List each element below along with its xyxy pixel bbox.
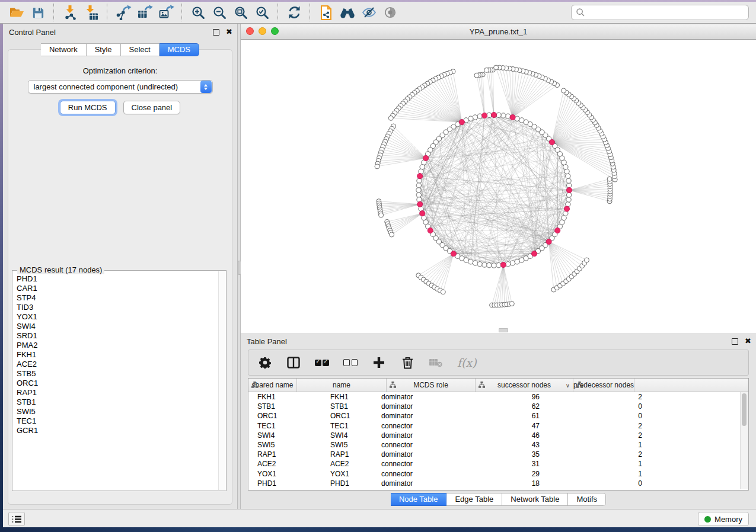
mcds-result-box: MCDS result (17 nodes) PHD1CAR1STP4TID3Y…: [12, 270, 227, 491]
unchecked-boxes-icon[interactable]: [343, 355, 358, 370]
mcds-result-item[interactable]: STB5: [17, 369, 219, 379]
refresh-icon[interactable]: [283, 3, 305, 22]
zoom-out-icon[interactable]: [209, 3, 230, 22]
network-graph[interactable]: [241, 40, 756, 333]
export-network-icon[interactable]: [113, 3, 134, 22]
table-row[interactable]: SWI4SWI4dominator462: [248, 431, 748, 440]
table-scrollbar-thumb[interactable]: [742, 393, 747, 426]
hierarchy-icon: [576, 382, 583, 390]
result-scrollbar[interactable]: [218, 271, 225, 490]
mcds-result-item[interactable]: TEC1: [17, 416, 219, 426]
window-close-icon[interactable]: [246, 27, 254, 35]
hierarchy-icon: [479, 382, 485, 390]
split-columns-icon[interactable]: [286, 355, 301, 370]
window-maximize-icon[interactable]: [271, 27, 279, 35]
zoom-selected-icon[interactable]: [251, 3, 273, 22]
table-row[interactable]: YOX1YOX1connector291: [248, 469, 748, 479]
new-network-icon[interactable]: [315, 3, 337, 22]
close-panel-icon[interactable]: ✖: [226, 29, 232, 35]
mcds-result-item[interactable]: TID3: [17, 303, 219, 312]
main-toolbar: [0, 2, 756, 24]
status-bar: Memory: [3, 509, 756, 527]
run-mcds-button[interactable]: Run MCDS: [60, 101, 116, 114]
zoom-fit-icon[interactable]: [230, 3, 251, 22]
mcds-result-item[interactable]: SRD1: [17, 331, 219, 341]
table-row[interactable]: TEC1TEC1connector472: [248, 421, 748, 431]
network-window-titlebar[interactable]: YPA_prune.txt_1: [241, 24, 756, 40]
sort-indicator: ∨: [566, 382, 570, 389]
mcds-result-item[interactable]: ACE2: [17, 360, 219, 369]
float-table-panel-icon[interactable]: [732, 338, 738, 345]
hierarchy-icon: [390, 382, 396, 390]
window-minimize-icon[interactable]: [259, 27, 266, 35]
binoculars-icon[interactable]: [337, 3, 358, 22]
mcds-result-item[interactable]: RAP1: [17, 388, 219, 398]
control-panel-tabs: NetworkStyleSelectMCDS: [3, 43, 237, 56]
zoom-in-icon[interactable]: [187, 3, 209, 22]
eye-icon[interactable]: [379, 3, 401, 22]
optimization-criterion-label: Optimization criterion:: [8, 66, 232, 75]
mcds-result-item[interactable]: FKH1: [17, 350, 219, 360]
import-network-icon[interactable]: [59, 3, 81, 22]
horizontal-splitter-handle[interactable]: [499, 328, 508, 332]
tab-Select[interactable]: Select: [121, 43, 160, 56]
table-tabs: Node TableEdge TableNetwork TableMotifs: [241, 493, 756, 506]
mcds-result-item[interactable]: PMA2: [17, 341, 219, 350]
mcds-result-item[interactable]: GCR1: [17, 426, 219, 435]
import-table-icon[interactable]: [81, 3, 102, 22]
checked-boxes-icon[interactable]: [315, 355, 329, 370]
table-row[interactable]: STB1STB1dominator620: [248, 402, 748, 411]
table-scrollbar[interactable]: [740, 392, 748, 489]
export-table-icon[interactable]: [134, 3, 155, 22]
mcds-result-item[interactable]: SWI4: [17, 322, 219, 331]
optimization-criterion-select[interactable]: largest connected component (undirected): [28, 80, 213, 94]
tab-Network Table[interactable]: Network Table: [502, 493, 568, 506]
column-header[interactable]: predecessor nodes: [573, 379, 634, 392]
tab-Style[interactable]: Style: [87, 43, 121, 56]
table-row[interactable]: ACE2ACE2connector311: [248, 459, 748, 469]
mcds-result-item[interactable]: CAR1: [17, 284, 219, 293]
table-row[interactable]: ORC1ORC1dominator610: [248, 411, 748, 421]
eye-hide-icon[interactable]: [358, 3, 379, 22]
table-panel: Table Panel ✖: [241, 333, 756, 509]
column-header[interactable]: shared name: [248, 379, 297, 392]
mcds-result-item[interactable]: ORC1: [17, 379, 219, 388]
gear-icon[interactable]: [258, 355, 272, 370]
mcds-result-item[interactable]: STB1: [17, 398, 219, 407]
tab-Network[interactable]: Network: [41, 43, 87, 56]
network-canvas[interactable]: [241, 40, 756, 333]
desktop-wallpaper-bottom: [0, 527, 756, 532]
table-header: shared namenameMCDS rolesuccessor nodes∨…: [248, 379, 748, 392]
float-panel-icon[interactable]: [213, 29, 219, 36]
tab-Edge Table[interactable]: Edge Table: [446, 493, 502, 506]
control-panel: Control Panel ✖ NetworkStyleSelectMCDS O…: [3, 24, 237, 509]
table-row[interactable]: FKH1FKH1dominator962: [248, 392, 748, 402]
mcds-result-item[interactable]: STP4: [17, 293, 219, 303]
toolbar-separator: [277, 4, 279, 21]
toolbar-separator: [181, 4, 183, 21]
close-panel-button[interactable]: Close panel: [123, 101, 181, 114]
export-image-icon[interactable]: [155, 3, 177, 22]
search-input[interactable]: [585, 6, 748, 19]
plus-icon[interactable]: [372, 355, 386, 370]
toolbar-separator: [107, 4, 108, 21]
tab-MCDS[interactable]: MCDS: [160, 43, 199, 56]
table-row[interactable]: SWI5SWI5connector431: [248, 440, 748, 450]
table-row[interactable]: RAP1RAP1dominator352: [248, 450, 748, 459]
table-row[interactable]: PHD1PHD1dominator180: [248, 479, 748, 488]
close-table-panel-icon[interactable]: ✖: [745, 338, 751, 344]
mcds-result-item[interactable]: YOX1: [17, 312, 219, 322]
memory-button[interactable]: Memory: [698, 512, 749, 526]
tab-Motifs[interactable]: Motifs: [568, 493, 606, 506]
save-icon[interactable]: [27, 3, 49, 22]
task-history-button[interactable]: [8, 512, 25, 526]
tab-Node Table[interactable]: Node Table: [391, 493, 447, 506]
folder-open-icon[interactable]: [6, 3, 27, 22]
mcds-result-item[interactable]: PHD1: [17, 274, 219, 284]
search-field[interactable]: [571, 5, 749, 20]
column-header[interactable]: MCDS role: [387, 379, 476, 392]
column-header[interactable]: name: [297, 379, 387, 392]
column-header[interactable]: successor nodes∨: [476, 379, 573, 392]
mcds-result-item[interactable]: SWI5: [17, 407, 219, 416]
trash-icon[interactable]: [400, 355, 414, 370]
